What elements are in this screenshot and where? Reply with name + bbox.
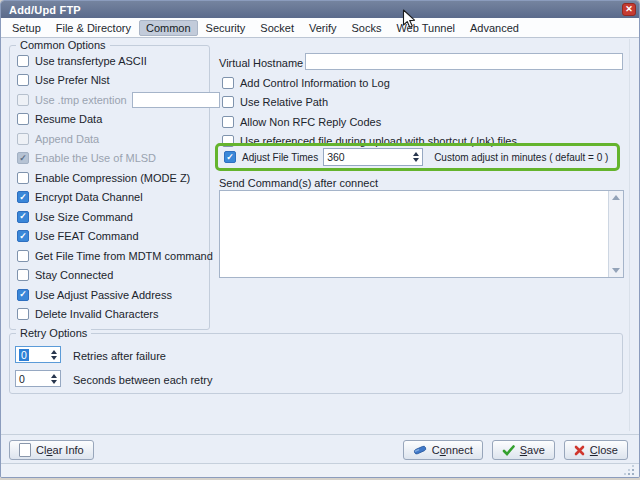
- spinner-down-icon[interactable]: [51, 356, 57, 360]
- checkbox-row[interactable]: Append Data: [17, 129, 207, 149]
- retries-label: Retries after failure: [73, 350, 166, 362]
- close-button[interactable]: Close: [564, 440, 628, 460]
- right-options-list: Add Control Information to LogUse Relati…: [222, 73, 517, 151]
- checkbox[interactable]: [17, 172, 29, 184]
- tab-security[interactable]: Security: [199, 20, 253, 36]
- checkbox[interactable]: [17, 191, 29, 203]
- addupd-ftp-dialog: Add/Upd FTP ✕ SetupFile & DirectoryCommo…: [0, 0, 640, 478]
- adjust-file-times-label: Adjust File Times: [242, 152, 318, 163]
- checkbox-row[interactable]: Allow Non RFC Reply Codes: [222, 112, 517, 132]
- adjust-file-times-value[interactable]: 360: [324, 151, 410, 163]
- checkbox-row[interactable]: Stay Connected: [17, 266, 207, 286]
- checkbox-label: Use transfertype ASCII: [35, 55, 147, 67]
- spinner-arrows[interactable]: [48, 350, 60, 360]
- checkbox-label: Allow Non RFC Reply Codes: [240, 116, 381, 128]
- checkbox-row[interactable]: Enable Compression (MODE Z): [17, 168, 207, 188]
- checkbox-row[interactable]: Use Relative Path: [222, 93, 517, 113]
- retries-value[interactable]: 0: [16, 349, 48, 361]
- checkbox[interactable]: [17, 74, 29, 86]
- virtual-hostname-input[interactable]: [305, 53, 623, 70]
- button-bar: Clear Info Connect Save Close: [1, 434, 639, 464]
- checkbox-label: Resume Data: [35, 113, 102, 125]
- tab-socks[interactable]: Socks: [344, 20, 388, 36]
- tab-setup[interactable]: Setup: [5, 20, 48, 36]
- tab-verify[interactable]: Verify: [302, 20, 344, 36]
- window-title: Add/Upd FTP: [9, 4, 81, 16]
- save-label: Save: [520, 444, 545, 456]
- save-button[interactable]: Save: [492, 440, 555, 460]
- spinner-arrows[interactable]: [48, 374, 60, 384]
- tab-socket[interactable]: Socket: [253, 20, 301, 36]
- common-options-group-title: Common Options: [16, 39, 110, 51]
- checkbox[interactable]: [222, 96, 234, 108]
- checkbox-label: Use .tmp extention: [35, 94, 127, 106]
- checkbox-row[interactable]: Delete Invalid Characters: [17, 305, 207, 325]
- checkbox-row[interactable]: Use transfertype ASCII: [17, 51, 207, 71]
- tab-file-directory[interactable]: File & Directory: [49, 20, 138, 36]
- checkbox-row[interactable]: Use FEAT Command: [17, 227, 207, 247]
- checkbox-label: Use Size Command: [35, 211, 133, 223]
- spinner-up-icon[interactable]: [51, 374, 57, 378]
- checkbox[interactable]: [17, 269, 29, 281]
- checkbox: [17, 133, 29, 145]
- page-icon: [19, 443, 31, 457]
- checkbox[interactable]: [17, 211, 29, 223]
- save-check-icon: [502, 445, 515, 456]
- checkbox-row[interactable]: Encrypt Data Channel: [17, 188, 207, 208]
- tmp-extension-input[interactable]: [132, 92, 220, 108]
- clear-info-button[interactable]: Clear Info: [9, 440, 94, 460]
- checkbox[interactable]: [17, 230, 29, 242]
- checkbox[interactable]: [17, 55, 29, 67]
- checkbox[interactable]: [17, 113, 29, 125]
- connect-button[interactable]: Connect: [403, 440, 483, 460]
- adjust-file-times-checkbox[interactable]: [224, 151, 236, 163]
- checkbox-label: Enable the Use of MLSD: [35, 152, 156, 164]
- checkbox-row[interactable]: Resume Data: [17, 110, 207, 130]
- checkbox[interactable]: [17, 250, 29, 262]
- scroll-down-icon[interactable]: [612, 268, 620, 273]
- checkbox[interactable]: [17, 308, 29, 320]
- checkbox-row[interactable]: Use .tmp extention: [17, 90, 207, 110]
- adjust-file-times-spinner[interactable]: 360: [323, 148, 423, 166]
- adjust-file-times-highlight: Adjust File Times 360 Custom adjust in m…: [215, 143, 620, 171]
- tab-advanced[interactable]: Advanced: [463, 20, 526, 36]
- checkbox: [17, 94, 29, 106]
- resize-grip-icon[interactable]: [624, 465, 634, 475]
- checkbox-row[interactable]: Get File Time from MDTM command: [17, 246, 207, 266]
- retry-seconds-value[interactable]: 0: [16, 373, 48, 385]
- checkbox[interactable]: [17, 289, 29, 301]
- checkbox-label: Encrypt Data Channel: [35, 191, 143, 203]
- checkbox: [17, 152, 29, 164]
- retry-seconds-label: Seconds between each retry: [73, 374, 212, 386]
- virtual-hostname-label: Virtual Hostname: [219, 57, 303, 69]
- checkbox-row[interactable]: Use Prefer Nlst: [17, 71, 207, 91]
- retries-spinner[interactable]: 0: [15, 346, 61, 363]
- scroll-up-icon[interactable]: [612, 195, 620, 200]
- checkbox-row[interactable]: Use Adjust Passive Address: [17, 285, 207, 305]
- textarea-scrollbar[interactable]: [608, 191, 623, 277]
- checkbox-label: Use Adjust Passive Address: [35, 289, 172, 301]
- window-close-icon[interactable]: ✕: [622, 3, 636, 16]
- spinner-arrows[interactable]: [410, 152, 422, 162]
- close-label: Close: [590, 444, 618, 456]
- checkbox-row[interactable]: Use Size Command: [17, 207, 207, 227]
- tab-bar: SetupFile & DirectoryCommonSecuritySocke…: [1, 18, 639, 38]
- send-commands-textarea[interactable]: [219, 190, 624, 278]
- checkbox-row[interactable]: Add Control Information to Log: [222, 73, 517, 93]
- panel-divider: [629, 39, 630, 431]
- title-bar[interactable]: Add/Upd FTP ✕: [1, 1, 639, 18]
- checkbox-row[interactable]: Enable the Use of MLSD: [17, 149, 207, 169]
- spinner-up-icon[interactable]: [51, 350, 57, 354]
- checkbox[interactable]: [222, 116, 234, 128]
- checkbox-label: Stay Connected: [35, 269, 113, 281]
- spinner-down-icon[interactable]: [413, 158, 419, 162]
- spinner-up-icon[interactable]: [413, 152, 419, 156]
- common-options-list: Use transfertype ASCIIUse Prefer NlstUse…: [17, 51, 207, 324]
- tab-web-tunnel[interactable]: Web Tunnel: [389, 20, 462, 36]
- retry-seconds-spinner[interactable]: 0: [15, 370, 61, 387]
- spinner-down-icon[interactable]: [51, 380, 57, 384]
- connect-plug-icon: [413, 444, 427, 456]
- checkbox-label: Add Control Information to Log: [240, 77, 390, 89]
- tab-common[interactable]: Common: [139, 20, 198, 36]
- checkbox[interactable]: [222, 77, 234, 89]
